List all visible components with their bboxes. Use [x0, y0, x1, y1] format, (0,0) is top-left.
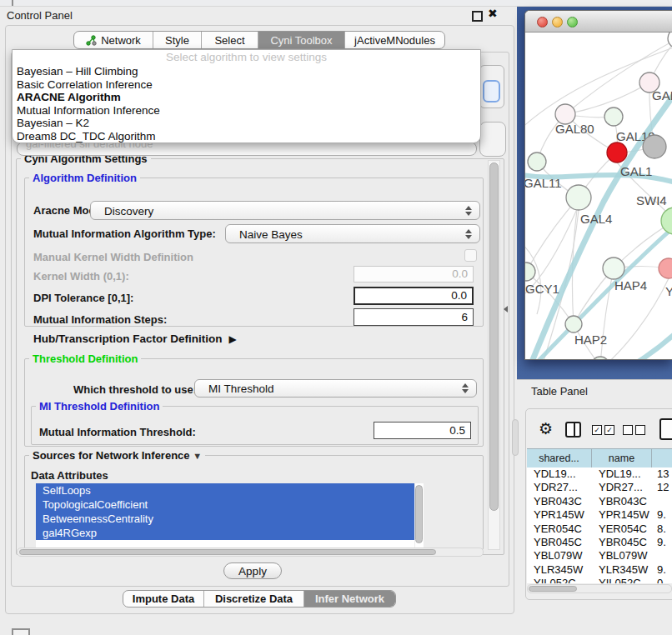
top-strip-tick [12, 0, 13, 6]
app-root: Control Panel ✖ Network Style Select Cyn… [0, 0, 672, 635]
kernel-width-field[interactable]: 0.0 [354, 266, 474, 282]
algorithm-option[interactable]: Bayesian – K2 [13, 117, 480, 130]
table-cell: YBR045C [592, 536, 652, 549]
table-cell: YPR145W [527, 508, 592, 522]
algorithm-option[interactable]: ARACNE Algorithm [13, 91, 480, 104]
mi-steps-label: Mutual Information Steps: [33, 313, 167, 326]
tab-style[interactable]: Style [153, 32, 201, 48]
mini-scrollbar-thumb[interactable] [512, 419, 519, 456]
algorithm-dropdown-popup: Select algorithm to view settings Bayesi… [12, 49, 481, 143]
table-cell [652, 495, 672, 508]
gear-icon[interactable]: ⚙ [539, 421, 553, 437]
mi-threshold-group-title: MI Threshold Definition [36, 400, 163, 412]
network-node[interactable] [607, 142, 627, 162]
column-layout-icon[interactable] [565, 422, 581, 438]
network-node[interactable] [604, 108, 623, 126]
select-all-checkbox-icon[interactable]: ✓ [592, 425, 602, 435]
dpi-tolerance-field[interactable]: 0.0 [354, 287, 474, 305]
network-view-window[interactable]: GALGAL80GAL10GAL1GAL11GAL4SWI4GCY1HAP4YH… [524, 10, 672, 360]
aracne-mode-combobox[interactable]: Discovery [90, 201, 480, 220]
select-all-checkbox-icon-2[interactable]: ✓ [604, 425, 614, 435]
algorithm-option[interactable]: Mutual Information Inference [13, 104, 480, 118]
table-cell: YER054C [592, 522, 652, 536]
network-node-label: GAL [652, 88, 672, 102]
network-node[interactable] [643, 135, 666, 158]
table-row[interactable]: YBR043CYBR043C [527, 495, 672, 508]
mi-steps-field[interactable]: 6 [354, 308, 474, 326]
table-row[interactable]: YLR345WYLR345W9. [527, 563, 672, 577]
network-canvas[interactable]: GALGAL80GAL10GAL1GAL11GAL4SWI4GCY1HAP4YH… [525, 32, 672, 360]
apply-button[interactable]: Apply [223, 562, 282, 579]
table-row[interactable]: YBL079WYBL079W [527, 549, 672, 562]
network-node[interactable] [668, 32, 672, 48]
table-column-header[interactable] [652, 449, 672, 468]
tab-impute-data[interactable]: Impute Data [123, 591, 203, 607]
algorithm-option[interactable]: Basic Correlation Inference [13, 78, 480, 92]
minimize-traffic-light-icon[interactable] [552, 17, 563, 28]
network-node[interactable] [566, 185, 591, 210]
tab-network[interactable]: Network [74, 32, 153, 48]
data-attributes-list[interactable]: SelfLoopsTopologicalCoefficientBetweenne… [36, 483, 414, 548]
mi-type-combobox[interactable]: Naive Bayes [225, 224, 480, 243]
network-node-label: GAL11 [525, 176, 562, 190]
data-attribute-item[interactable]: SelfLoops [36, 483, 414, 498]
hub-section-header[interactable]: Hub/Transcription Factor Definition ▶ [33, 332, 237, 345]
attributes-scrollbar-thumb[interactable] [415, 485, 423, 543]
threshold-definition-title: Threshold Definition [29, 352, 141, 365]
algorithm-option[interactable]: Dream8 DC_TDC Algorithm [13, 130, 480, 143]
collapse-arrow-icon: ▼ [193, 451, 202, 461]
focused-spinner-button[interactable] [483, 80, 500, 102]
network-graph[interactable]: GALGAL80GAL10GAL1GAL11GAL4SWI4GCY1HAP4YH… [525, 32, 672, 360]
hub-section-label: Hub/Transcription Factor Definition [33, 332, 223, 345]
network-node[interactable] [661, 208, 672, 234]
tab-cyni-toolbox[interactable]: Cyni Toolbox [258, 32, 344, 48]
network-node[interactable] [565, 316, 582, 332]
attributes-scrollbar-track[interactable] [415, 483, 424, 548]
tab-select[interactable]: Select [201, 32, 258, 48]
data-attribute-item[interactable]: gal4RGexp [36, 526, 414, 540]
tab-infer-network-label: Infer Network [315, 592, 384, 605]
cut-off-bottom-left-button [12, 628, 30, 635]
tab-discretize-data[interactable]: Discretize Data [203, 591, 303, 607]
network-node-label: SWI4 [636, 193, 667, 208]
table-hscrollbar-thumb[interactable] [529, 586, 577, 592]
tab-infer-network[interactable]: Infer Network [303, 591, 395, 607]
sources-group-title[interactable]: Sources for Network Inference ▼ [29, 449, 205, 462]
table-row[interactable]: YIL052CYIL052C0. [527, 577, 672, 583]
table-body: YDL19...YDL19...13YDR27...YDR27...12YBR0… [527, 468, 672, 583]
network-node[interactable] [603, 258, 624, 279]
table-column-header[interactable]: shared... [527, 449, 592, 468]
manual-kernel-checkbox[interactable] [464, 249, 477, 262]
network-column-combobox[interactable]: gal-filtered sif default node [17, 142, 477, 156]
close-icon[interactable]: ✖ [488, 7, 498, 20]
which-threshold-combobox[interactable]: MI Threshold [194, 379, 477, 398]
close-traffic-light-icon[interactable] [537, 17, 548, 28]
settings-hscrollbar-thumb[interactable] [19, 549, 436, 555]
network-node[interactable] [528, 152, 546, 171]
deselect-all-checkbox-icon[interactable] [623, 425, 633, 435]
mi-threshold-field[interactable]: 0.5 [374, 422, 471, 439]
network-node[interactable] [659, 258, 672, 278]
table-column-header[interactable]: name [592, 449, 652, 468]
float-window-icon[interactable] [472, 11, 483, 22]
table-row[interactable]: YBR045CYBR045C9. [527, 536, 672, 549]
zoom-traffic-light-icon[interactable] [567, 17, 578, 28]
file-icon[interactable] [659, 418, 672, 440]
data-attribute-item[interactable]: TopologicalCoefficient [36, 498, 414, 512]
table-row[interactable]: YDR27...YDR27...12 [527, 481, 672, 494]
data-attribute-item[interactable]: BetweennessCentrality [36, 512, 414, 526]
splitpane-collapse-icon[interactable] [504, 306, 508, 312]
tab-jactivemnodules[interactable]: jActiveMNodules [344, 32, 444, 48]
control-panel-tabbar: Network Style Select Cyni Toolbox jActiv… [73, 31, 445, 49]
settings-scrollbar-thumb[interactable] [489, 162, 499, 511]
table-row[interactable]: YPR145WYPR145W9. [527, 508, 672, 522]
table-row[interactable]: YDL19...YDL19...13 [527, 468, 672, 481]
table-cell: YBR043C [527, 495, 592, 508]
network-node-label: HAP2 [574, 332, 607, 347]
tab-style-label: Style [165, 34, 189, 47]
deselect-all-checkbox-icon-2[interactable] [635, 425, 645, 435]
algorithm-option[interactable]: Bayesian – Hill Climbing [13, 65, 480, 78]
table-cell: YDL19... [527, 468, 592, 481]
network-window-titlebar[interactable] [525, 11, 672, 32]
table-row[interactable]: YER054CYER054C8. [527, 522, 672, 536]
